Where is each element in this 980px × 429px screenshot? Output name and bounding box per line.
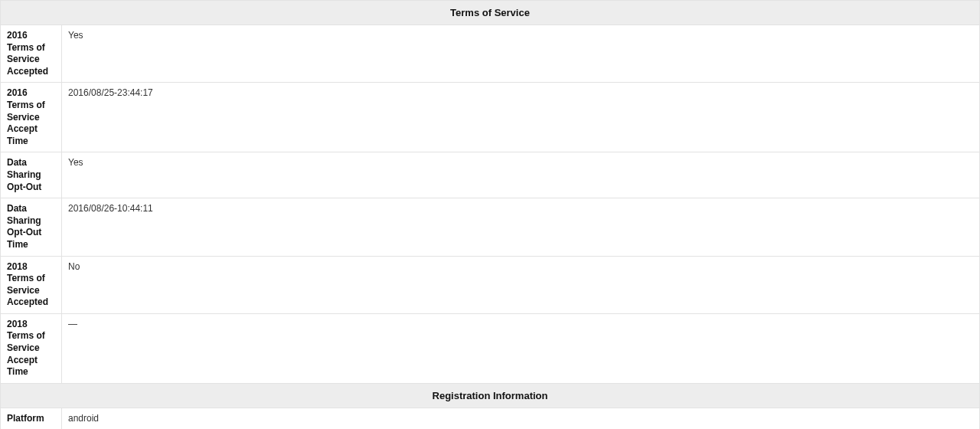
table-row: Platform android [1, 408, 980, 429]
row-value: — [62, 313, 980, 383]
table-row: 2016 Terms of Service Accepted Yes [1, 25, 980, 83]
section-header-row: Terms of Service [1, 1, 980, 25]
section-title: Registration Information [1, 383, 980, 408]
row-value: Yes [62, 25, 980, 83]
row-label: Platform [1, 408, 62, 429]
row-label: Data Sharing Opt-Out [1, 152, 62, 198]
row-value: 2016/08/25-23:44:17 [62, 83, 980, 152]
table-row: 2016 Terms of Service Accept Time 2016/0… [1, 83, 980, 152]
row-label: 2018 Terms of Service Accepted [1, 256, 62, 313]
table-row: 2018 Terms of Service Accepted No [1, 256, 980, 313]
table-row: 2018 Terms of Service Accept Time — [1, 313, 980, 383]
row-value: 2016/08/26-10:44:11 [62, 198, 980, 256]
table-row: Data Sharing Opt-Out Time 2016/08/26-10:… [1, 198, 980, 256]
row-value: android [62, 408, 980, 429]
row-label: 2016 Terms of Service Accept Time [1, 83, 62, 152]
info-table: Terms of Service 2016 Terms of Service A… [0, 0, 980, 429]
section-header-row: Registration Information [1, 383, 980, 408]
section-title: Terms of Service [1, 1, 980, 25]
row-label: 2016 Terms of Service Accepted [1, 25, 62, 83]
table-row: Data Sharing Opt-Out Yes [1, 152, 980, 198]
row-label: 2018 Terms of Service Accept Time [1, 313, 62, 383]
row-value: No [62, 256, 980, 313]
row-label: Data Sharing Opt-Out Time [1, 198, 62, 256]
row-value: Yes [62, 152, 980, 198]
